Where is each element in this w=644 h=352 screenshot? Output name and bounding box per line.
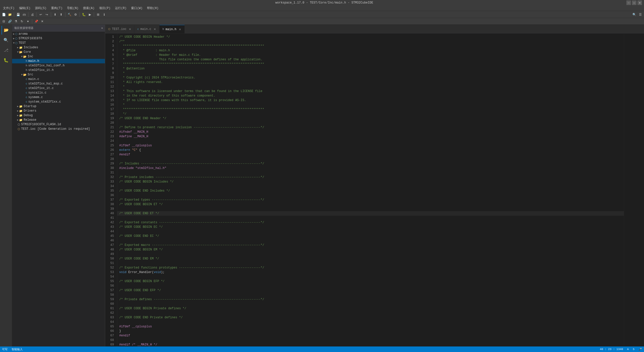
tree-item-stm32f1xx-it-c[interactable]: c stm32f1xx_it.c: [12, 86, 105, 91]
tree-item-main-c[interactable]: c main.c: [12, 77, 105, 81]
tree-item-core[interactable]: ▼ 📂 Core: [12, 50, 105, 54]
tree-item-src[interactable]: ▼ 📂 Src: [12, 72, 105, 77]
tree-item-ioc[interactable]: ⬡ TEST.ioc [Code Generation is required]: [12, 127, 105, 131]
save-all-btn[interactable]: 🗃: [21, 12, 27, 17]
menu-file[interactable]: 文件(F): [1, 6, 17, 11]
sync-btn[interactable]: ↻: [19, 19, 25, 24]
tree-item-stm32f1xx-hal-msp-c[interactable]: c stm32f1xx_hal_msp.c: [12, 81, 105, 86]
code-line: [117, 184, 624, 189]
link-editor-btn[interactable]: 🔗: [7, 19, 13, 24]
tree-item-release[interactable]: ▶ 📁 Release: [12, 118, 105, 122]
info-btn[interactable]: ℹ: [101, 12, 107, 17]
file-icon: h: [26, 60, 27, 63]
new-file-btn[interactable]: 📄: [1, 12, 7, 17]
file-icon: c: [26, 87, 27, 90]
code-content[interactable]: /* USER CODE BEGIN Header *//** ********…: [117, 34, 624, 346]
tree-item-drivers[interactable]: ▶ 📁 Drivers: [12, 109, 105, 113]
tree-item-inc[interactable]: ▼ 📂 Inc: [12, 54, 105, 59]
code-line: }: [117, 329, 624, 333]
toolbar-sep-3: [36, 12, 37, 17]
menu-search[interactable]: 搜索(A): [81, 6, 97, 11]
menu-refactor[interactable]: 重构(T): [49, 6, 65, 11]
git-icon-btn[interactable]: ⎇: [2, 46, 11, 55]
menu-navigate[interactable]: 导航(N): [65, 6, 80, 11]
collapse-all-btn[interactable]: ⊟: [1, 19, 7, 24]
tree-label: TEST: [19, 41, 26, 45]
tree-item-sysmem-c[interactable]: c sysmem.c: [12, 95, 105, 100]
tree-item-stm32f1xx-hal-conf-h[interactable]: h stm32f1xx_hal_conf.h: [12, 63, 105, 68]
folder-icon: 📁: [19, 109, 23, 113]
code-line: /* Private includes --------------------…: [117, 175, 624, 180]
explorer-icon-btn[interactable]: 📂: [2, 26, 11, 35]
menu-help[interactable]: 帮助(H): [145, 6, 160, 11]
toolbar-1: 📄 📁 💾 🗃 🖨 ↩ ↪ ⬇ ⬆ 🔨 ⚙ 🐛 ▶ ⊞ ℹ 🔍 ☰: [0, 11, 644, 18]
menu-run[interactable]: 运行(R): [113, 6, 129, 11]
prev-annotation-btn[interactable]: ⬆: [58, 12, 64, 17]
arrow-icon: ▼: [21, 55, 23, 58]
code-line: [117, 261, 624, 266]
pin-btn[interactable]: 📌: [33, 19, 39, 24]
tab-close-btn[interactable]: ✕: [154, 27, 156, 31]
tree-item-test[interactable]: ▼ ⬡ TEST: [12, 41, 105, 45]
open-perspective-btn[interactable]: ⊞: [95, 12, 101, 17]
title-bar-controls[interactable]: ─ □ ✕: [626, 1, 642, 5]
arrow-icon: ▼: [17, 51, 19, 54]
minimize-button[interactable]: ─: [626, 1, 631, 5]
tab-close-btn[interactable]: ✕: [179, 28, 181, 31]
folder-icon: 📁: [19, 46, 23, 49]
search-btn[interactable]: 🔍: [631, 12, 637, 17]
redo-btn[interactable]: ↪: [44, 12, 50, 17]
close-button[interactable]: ✕: [637, 1, 642, 5]
toolbar-sep-6: [79, 12, 80, 17]
debug-btn[interactable]: 🐛: [81, 12, 87, 17]
tree-label: STM32F103C8T6: [19, 37, 42, 40]
build-btn[interactable]: 🔨: [67, 12, 72, 17]
new-project-btn[interactable]: 📁: [7, 12, 13, 17]
next-annotation-btn[interactable]: ⬇: [52, 12, 58, 17]
save-btn[interactable]: 💾: [15, 12, 21, 17]
menu-source[interactable]: 源码(S): [33, 6, 49, 11]
code-line: /* Includes ----------------------------…: [117, 161, 624, 166]
undo-btn[interactable]: ↩: [38, 12, 44, 17]
view-menu-btn[interactable]: ▾: [25, 19, 31, 24]
toolbar-extra-btn[interactable]: ☰: [637, 12, 643, 17]
code-line: [117, 170, 624, 175]
close-sidebar-btn[interactable]: ✕: [39, 19, 45, 24]
print-btn[interactable]: 🖨: [30, 12, 35, 17]
tree-label: Drivers: [24, 109, 36, 113]
tree-item-aroma[interactable]: ▶ ⬡ aroma: [12, 32, 105, 36]
menu-project[interactable]: 项目(P): [97, 6, 113, 11]
search-icon-btn[interactable]: 🔍: [2, 36, 11, 45]
tab-test-ioc[interactable]: ⬡ TEST.ioc ✕: [105, 25, 134, 33]
tree-item-ld[interactable]: ⬡ STM32F103C8TX_FLASH.ld: [12, 122, 105, 127]
tree-item-system-stm32-c[interactable]: c system_stm32f1xx.c: [12, 100, 105, 104]
tab-main-c[interactable]: c main.c ✕: [134, 25, 159, 33]
minimap: [624, 34, 644, 346]
title-bar-title: workspace_1.17.0 - TEST/Core/Inc/main.h …: [22, 1, 626, 5]
code-line: * @file : main.h: [117, 48, 624, 53]
build-all-btn[interactable]: ⚙: [73, 12, 78, 17]
project-icon: ⬡: [15, 32, 18, 36]
file-icon: h: [26, 64, 27, 67]
code-line: */: [117, 112, 624, 116]
tree-item-stm32f1xx-it-h[interactable]: h stm32f1xx_it.h: [12, 68, 105, 72]
tree-item-startup[interactable]: ▶ 📁 Startup: [12, 104, 105, 109]
menu-window[interactable]: 窗口(W): [129, 6, 145, 11]
tree-item-includes[interactable]: ▶ 📁 Includes: [12, 45, 105, 50]
tree-item-main-h[interactable]: h main.h: [12, 59, 105, 63]
tree-item-stm32f103c8t6[interactable]: ▶ ⬡ STM32F103C8T6: [12, 36, 105, 41]
tab-close-btn[interactable]: ✕: [129, 27, 131, 31]
toolbar-sep-7: [94, 12, 94, 17]
filter-btn[interactable]: ⚗: [13, 19, 19, 24]
tree-label: aroma: [19, 32, 28, 36]
sidebar-header-label: 项目资源管理器: [14, 26, 33, 30]
code-line: #ifdef __cplusplus: [117, 324, 624, 329]
tree-item-syscalls-c[interactable]: c syscalls.c: [12, 91, 105, 95]
tab-main-h[interactable]: h main.h ✕: [159, 25, 185, 33]
debug-icon-btn[interactable]: 🐛: [2, 56, 11, 65]
run-btn[interactable]: ▶: [87, 12, 93, 17]
tree-item-debug[interactable]: ▶ 📁 Debug: [12, 113, 105, 118]
maximize-button[interactable]: □: [632, 1, 636, 5]
sidebar-close-btn[interactable]: ✕: [101, 26, 103, 30]
menu-edit[interactable]: 编辑(E): [17, 6, 33, 11]
